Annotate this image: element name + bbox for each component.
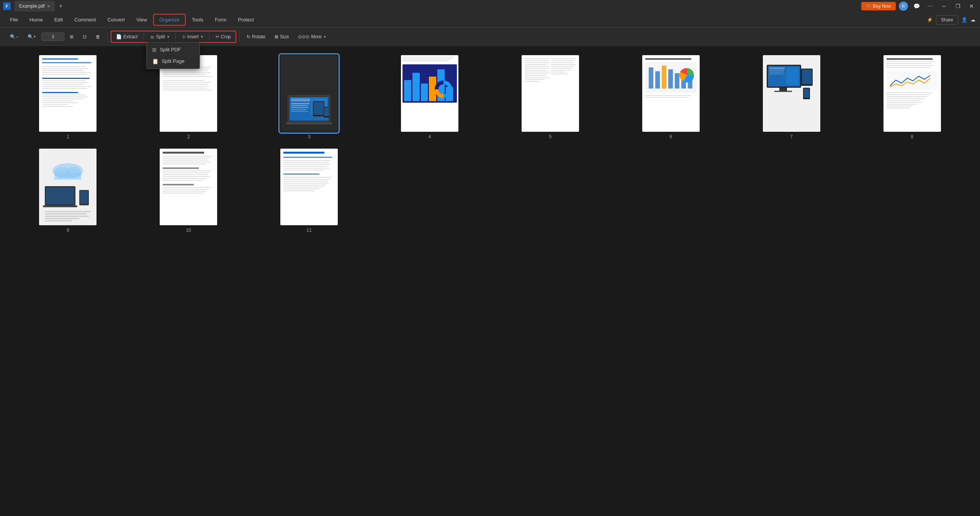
fit-width-icon: ⊡ <box>83 34 87 39</box>
svg-rect-47 <box>45 211 91 212</box>
size-label: Size <box>280 34 289 39</box>
insert-dropdown-arrow: ▾ <box>201 35 203 39</box>
share-button[interactable]: Share <box>936 15 958 25</box>
title-bar-right: 🛒 Buy Now R 💬 ⋯ ─ ❐ ✕ <box>861 1 977 11</box>
split-label: Split <box>156 34 165 39</box>
page-image-6[interactable] <box>642 55 700 132</box>
line-chart-svg <box>888 72 934 88</box>
page-num-6: 6 <box>669 134 672 139</box>
restore-btn[interactable]: ❐ <box>952 1 963 11</box>
page-image-5[interactable] <box>522 55 579 132</box>
cloud-upload-icon[interactable]: ☁ <box>970 17 975 23</box>
rotate-label: Rotate <box>252 34 265 39</box>
crop-label: Crop <box>221 34 231 39</box>
page-image-4[interactable] <box>401 55 458 132</box>
page-number-input[interactable] <box>41 33 64 41</box>
extract-btn[interactable]: 📄 Extract <box>112 32 141 41</box>
zoom-out-btn[interactable]: 🔍− <box>6 32 22 41</box>
delete-icon: 🗑 <box>96 34 100 39</box>
page-image-10[interactable] <box>160 149 217 225</box>
menu-home[interactable]: Home <box>24 15 48 25</box>
insert-btn[interactable]: ⊹ Insert ▾ <box>178 32 207 41</box>
crop-btn[interactable]: ✂ Crop <box>212 32 235 41</box>
split-dropdown-menu: ⊞ Split PDF 📋 Split Page <box>146 42 200 69</box>
svg-rect-31 <box>769 70 784 71</box>
extract-label: Extract <box>123 34 137 39</box>
close-btn[interactable]: ✕ <box>966 1 977 11</box>
new-tab-btn[interactable]: + <box>56 2 65 11</box>
svg-rect-32 <box>769 72 783 73</box>
lightning-icon: ⚡ <box>927 17 933 23</box>
split-btn[interactable]: ⚌ Split ▾ <box>146 32 173 41</box>
menu-convert[interactable]: Convert <box>102 15 130 25</box>
menu-file[interactable]: File <box>5 15 23 25</box>
content-area: 1 <box>0 46 980 516</box>
page-grid-row2: 9 <box>12 149 968 233</box>
menu-bar-right: ⚡ Share 👤 ☁ <box>927 15 975 25</box>
menu-tools[interactable]: Tools <box>187 15 209 25</box>
separator-4 <box>209 32 209 41</box>
page-image-11[interactable] <box>280 149 338 225</box>
svg-rect-5 <box>291 105 308 106</box>
page-thumb-5: 5 <box>495 55 606 139</box>
svg-rect-49 <box>45 216 89 217</box>
page-thumb-6: 6 <box>615 55 726 139</box>
page-num-2: 2 <box>187 134 190 139</box>
user-avatar[interactable]: R <box>899 2 908 11</box>
split-page-option[interactable]: 📋 Split Page <box>147 56 200 67</box>
tab-close-btn[interactable]: ✕ <box>47 4 50 8</box>
svg-rect-7 <box>291 109 306 110</box>
separator-5 <box>239 32 240 41</box>
svg-rect-17 <box>649 67 653 88</box>
menu-edit[interactable]: Edit <box>49 15 68 25</box>
minimize-btn[interactable]: ─ <box>939 1 949 11</box>
page-num-10: 10 <box>186 228 191 233</box>
page-image-9[interactable] <box>39 149 97 225</box>
page-image-8[interactable] <box>883 55 941 132</box>
active-tab[interactable]: Example.pdf ✕ <box>15 1 55 11</box>
more-dropdown-arrow: ▾ <box>324 35 326 39</box>
svg-rect-20 <box>668 69 673 88</box>
zoom-in-btn[interactable]: 🔍+ <box>24 32 40 41</box>
svg-rect-4 <box>291 103 309 104</box>
svg-rect-41 <box>54 173 81 180</box>
separator-2 <box>144 32 144 41</box>
svg-rect-2 <box>291 98 310 102</box>
fit-page-btn[interactable]: ⊞ <box>66 32 77 41</box>
rotate-btn[interactable]: ↻ Rotate <box>243 32 269 41</box>
menu-protect[interactable]: Protect <box>232 15 259 25</box>
page-image-3[interactable] <box>280 55 338 132</box>
svg-rect-46 <box>80 191 88 204</box>
separator-3 <box>175 32 176 41</box>
menu-form[interactable]: Form <box>209 15 232 25</box>
separator-1 <box>107 32 108 41</box>
svg-rect-9 <box>286 122 332 124</box>
page-num-9: 9 <box>67 228 69 233</box>
split-pdf-option[interactable]: ⊞ Split PDF <box>147 44 200 56</box>
page-thumb-11: 11 <box>254 149 365 233</box>
svg-rect-13 <box>324 108 329 116</box>
svg-rect-27 <box>779 88 787 91</box>
menu-comment[interactable]: Comment <box>69 15 101 25</box>
tab-label: Example.pdf <box>19 3 45 9</box>
split-page-label: Split Page <box>162 58 184 64</box>
svg-rect-29 <box>769 67 785 69</box>
fit-width-btn[interactable]: ⊡ <box>79 32 90 41</box>
page-image-1[interactable] <box>39 55 97 132</box>
toolbar: 🔍− 🔍+ ⊞ ⊡ 🗑 📄 Extract ⚌ Split ▾ ⊞ <box>0 28 980 46</box>
page-thumb-9: 9 <box>12 149 124 233</box>
user-profile-icon[interactable]: 👤 <box>961 17 967 23</box>
split-dropdown-container: ⚌ Split ▾ ⊞ Split PDF 📋 Split Page <box>146 32 173 41</box>
delete-btn[interactable]: 🗑 <box>92 32 104 41</box>
split-icon: ⚌ <box>150 34 154 39</box>
more-menu-btn[interactable]: ⋯ <box>925 1 936 11</box>
more-btn[interactable]: ⊙⊙⊙ More ▾ <box>294 32 329 41</box>
buy-now-button[interactable]: 🛒 Buy Now <box>861 2 896 10</box>
page-image-7[interactable] <box>763 55 820 132</box>
message-icon[interactable]: 💬 <box>911 1 922 11</box>
crop-icon: ✂ <box>216 34 219 39</box>
cloud-devices-svg <box>41 152 95 223</box>
menu-organize[interactable]: Organize <box>153 14 186 26</box>
size-btn[interactable]: ⊠ Size <box>271 32 293 41</box>
menu-view[interactable]: View <box>131 15 152 25</box>
